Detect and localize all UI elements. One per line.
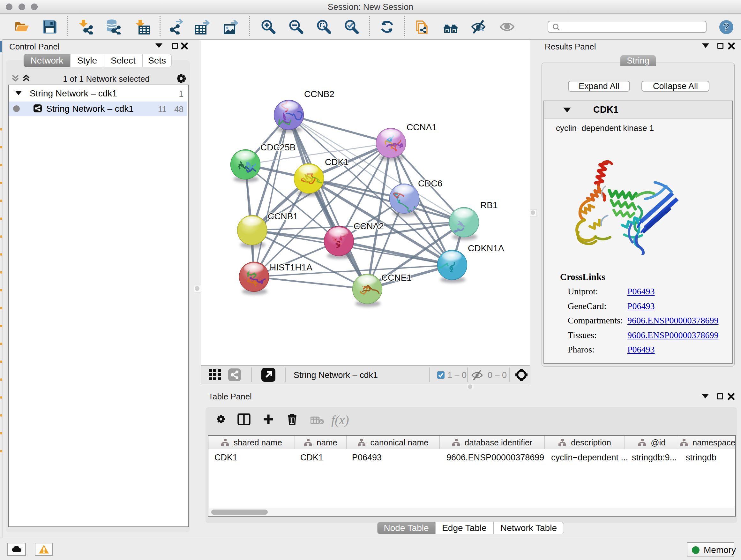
svg-text:CCNA2: CCNA2 bbox=[354, 221, 384, 231]
svg-text:CCNE1: CCNE1 bbox=[381, 273, 412, 283]
svg-text:RB1: RB1 bbox=[480, 200, 497, 210]
svg-text:CDK1: CDK1 bbox=[325, 157, 349, 167]
svg-text:CCNB2: CCNB2 bbox=[304, 89, 334, 99]
svg-text:HIST1H1A: HIST1H1A bbox=[270, 262, 313, 272]
svg-text:CCNB1: CCNB1 bbox=[268, 211, 298, 221]
svg-text:CDKN1A: CDKN1A bbox=[468, 243, 504, 253]
svg-text:CDC25B: CDC25B bbox=[260, 142, 295, 152]
svg-text:CDC6: CDC6 bbox=[418, 179, 442, 188]
svg-text:CCNA1: CCNA1 bbox=[407, 122, 437, 132]
svg-text:?: ? bbox=[723, 21, 730, 33]
